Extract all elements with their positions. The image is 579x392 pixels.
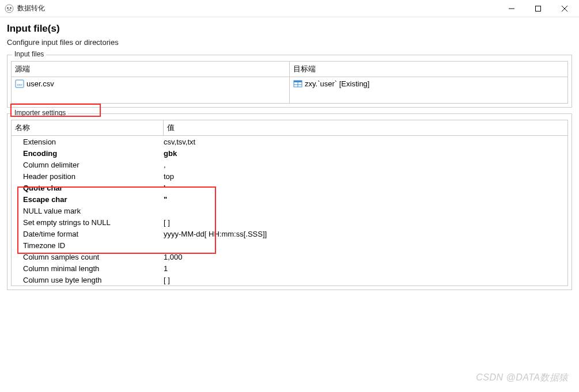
setting-name: Extension [12, 138, 164, 146]
importer-settings-group: Importer settings 名称 值 Extensioncsv,tsv,… [7, 113, 572, 290]
app-icon [5, 4, 14, 13]
input-files-group: Input files 源端 目标端 csv user.csv [7, 55, 572, 108]
settings-row[interactable]: Encodinggbk [12, 147, 567, 159]
setting-value[interactable] [164, 241, 567, 250]
setting-value[interactable]: csv,tsv,txt [164, 138, 567, 146]
setting-name: Column minimal length [12, 264, 164, 273]
svg-text:csv: csv [17, 83, 22, 86]
settings-row[interactable]: Column delimiter, [12, 159, 567, 170]
setting-value[interactable]: , [164, 161, 567, 169]
settings-row[interactable]: Date/time formatyyyy-MM-dd[ HH:mm:ss[.SS… [12, 228, 567, 239]
svg-rect-4 [536, 6, 541, 11]
source-cell[interactable]: csv user.csv [12, 77, 290, 90]
close-button[interactable] [551, 0, 578, 17]
settings-row[interactable]: Set empty strings to NULL[ ] [12, 216, 567, 228]
setting-name: Column delimiter [12, 161, 164, 169]
setting-name: Set empty strings to NULL [12, 218, 164, 227]
input-files-header: 源端 目标端 [12, 62, 567, 77]
title-bar: 数据转化 [0, 0, 579, 17]
watermark: CSDN @DATA数据猿 [476, 372, 569, 384]
settings-row[interactable]: Timezone ID [12, 239, 567, 251]
svg-point-2 [10, 7, 12, 9]
table-row[interactable]: csv user.csv zxy.`user` [Existing] [12, 77, 567, 90]
setting-name: Encoding [12, 149, 164, 158]
settings-row[interactable]: Header positiontop [12, 170, 567, 182]
svg-point-1 [7, 7, 9, 9]
settings-row[interactable]: Column use byte length[ ] [12, 274, 567, 286]
settings-table[interactable]: 名称 值 Extensioncsv,tsv,txtEncodinggbkColu… [11, 120, 568, 286]
settings-row[interactable]: Column minimal length1 [12, 262, 567, 274]
setting-name: Date/time format [12, 230, 164, 238]
setting-name: Header position [12, 172, 164, 181]
csv-file-icon: csv [15, 79, 24, 88]
settings-row[interactable]: Escape char" [12, 193, 567, 205]
column-header-value[interactable]: 值 [164, 120, 567, 135]
setting-value[interactable] [164, 207, 567, 215]
settings-row[interactable]: Quote char' [12, 182, 567, 193]
setting-value[interactable]: ' [164, 184, 567, 192]
setting-value[interactable]: [ ] [164, 276, 567, 284]
table-row-empty [12, 90, 567, 103]
heading-area: Input file(s) Configure input files or d… [0, 17, 579, 55]
column-header-name[interactable]: 名称 [12, 120, 164, 135]
page-title: Input file(s) [7, 23, 572, 35]
column-header-source[interactable]: 源端 [12, 62, 290, 77]
input-files-table[interactable]: 源端 目标端 csv user.csv [11, 61, 568, 104]
setting-name: Timezone ID [12, 241, 164, 250]
target-table-name: zxy.`user` [Existing] [305, 79, 369, 88]
setting-value[interactable]: 1,000 [164, 253, 567, 261]
setting-value[interactable]: [ ] [164, 218, 567, 227]
setting-name: Escape char [12, 195, 164, 204]
table-icon [293, 79, 302, 88]
settings-row[interactable]: Column samples count1,000 [12, 251, 567, 262]
setting-value[interactable]: gbk [164, 149, 567, 158]
window-title: 数据转化 [17, 3, 45, 13]
page-subtitle: Configure input files or directories [7, 38, 572, 47]
setting-value[interactable]: " [164, 195, 567, 204]
minimize-button[interactable] [498, 0, 525, 17]
settings-row[interactable]: Extensioncsv,tsv,txt [12, 136, 567, 147]
maximize-button[interactable] [525, 0, 551, 17]
setting-value[interactable]: top [164, 172, 567, 181]
svg-point-0 [5, 5, 13, 13]
column-header-target[interactable]: 目标端 [290, 62, 567, 77]
setting-value[interactable]: 1 [164, 264, 567, 273]
settings-row[interactable]: NULL value mark [12, 205, 567, 216]
setting-name: Column use byte length [12, 276, 164, 284]
target-cell[interactable]: zxy.`user` [Existing] [290, 77, 567, 90]
window-controls [498, 0, 578, 17]
source-filename: user.csv [27, 79, 54, 88]
setting-name: NULL value mark [12, 207, 164, 215]
group-label-importer-settings: Importer settings [12, 109, 68, 117]
settings-body: Extensioncsv,tsv,txtEncodinggbkColumn de… [12, 136, 567, 286]
settings-header: 名称 值 [12, 120, 567, 136]
setting-name: Quote char [12, 184, 164, 192]
setting-name: Column samples count [12, 253, 164, 261]
group-label-input-files: Input files [12, 50, 46, 58]
setting-value[interactable]: yyyy-MM-dd[ HH:mm:ss[.SSS]] [164, 230, 567, 238]
